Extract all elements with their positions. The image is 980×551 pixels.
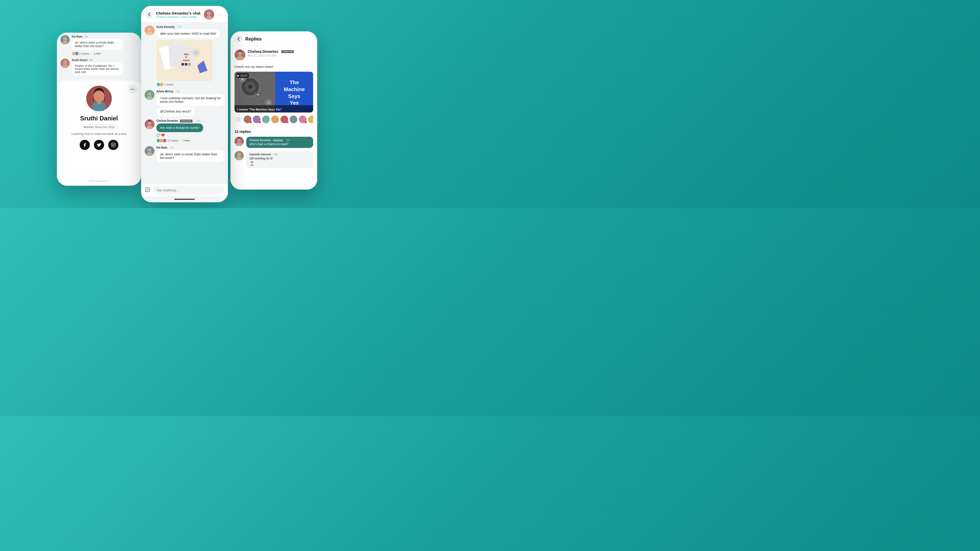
kai-time-center: · 3m xyxy=(169,146,174,149)
svg-point-75 xyxy=(262,116,270,123)
avatar-sruthi-small xyxy=(60,59,70,68)
reply-time-chelsea: · 3m xyxy=(285,139,290,141)
kai-meta: Kai Nady · 3m xyxy=(156,146,224,149)
reply-meta-gabrielle: Gabrielle Samson · 3m xyxy=(249,153,310,156)
svg-point-1 xyxy=(63,37,67,41)
svg-point-82 xyxy=(237,138,241,142)
replies-count: 12 replies xyxy=(234,130,313,134)
partial-message-kai: Kai Nady 3m ok, who's seen a movie thats… xyxy=(60,35,138,56)
chat-subtitle[interactable]: Chelsea Devantez · View Details xyxy=(156,15,201,18)
reply-text-gabrielle: still working on it! xyxy=(249,157,310,160)
svg-text:Signals: Signals xyxy=(183,59,190,62)
back-button-right[interactable] xyxy=(234,35,243,43)
susie-content: Susie Kennedy · 3m after your last revie… xyxy=(156,25,224,86)
creator-badge-chat: CREATOR xyxy=(180,120,192,122)
phone-right: Replies Chels xyxy=(231,32,317,189)
op-date: May 21, 2023 2:41 PM xyxy=(248,54,313,57)
add-reaction-button[interactable] xyxy=(234,116,242,123)
svg-point-40 xyxy=(148,148,151,152)
messages-list: Susie Kennedy · 3m after your last revie… xyxy=(141,22,228,183)
video-thumbnail[interactable]: The Machine Says Yes ▶ 18:03 I review "T… xyxy=(234,72,313,113)
svg-point-51 xyxy=(248,85,252,89)
svg-rect-29 xyxy=(188,63,191,65)
op-info: Chelsea Devantez CREATOR May 21, 2023 2:… xyxy=(248,49,313,57)
avatar-arlene xyxy=(145,90,154,100)
bottom-bar-center xyxy=(174,199,195,200)
susie-bubble: after your last review i HAD to read thi… xyxy=(156,29,220,38)
arlene-bubble-2: @Chelsea any reccs? xyxy=(156,107,195,116)
replies-title: Replies xyxy=(245,37,262,42)
svg-text:Yes: Yes xyxy=(290,100,299,106)
chat-header-info: Chelsea Devantez's chat Chelsea Devantez… xyxy=(156,11,201,18)
svg-rect-28 xyxy=(185,63,187,65)
profile-avatar xyxy=(86,86,112,111)
svg-point-12 xyxy=(114,144,115,144)
book-cover-svg: Signs & Signals xyxy=(156,40,213,81)
reply-time-gabrielle: · 3m xyxy=(272,153,277,156)
svg-point-85 xyxy=(237,153,241,156)
op-creator-badge: CREATOR xyxy=(281,50,294,53)
arlene-content: Arlene McCoy · 3m I love celebrity memoi… xyxy=(156,90,224,116)
susie-name: Susie Kennedy xyxy=(156,25,175,28)
instagram-button[interactable] xyxy=(108,140,118,150)
reply-bubble-chelsea: Chelsea Devantez CREATOR · 3m who's had … xyxy=(246,137,313,148)
facebook-button[interactable] xyxy=(80,140,90,150)
sruthi-name-small: Sruthi Daniel xyxy=(72,59,88,62)
chelsea-meta: Chelsea Devantez CREATOR · 3m xyxy=(156,119,224,122)
svg-text:The: The xyxy=(290,79,299,85)
reaction-av-4 xyxy=(271,116,279,123)
kai-time: 3m xyxy=(84,35,88,38)
arlene-bubble-1: I love celebrity memoirs, but am looking… xyxy=(156,94,224,106)
reply-gabrielle: Gabrielle Samson · 3m still working on i… xyxy=(234,151,313,168)
svg-point-11 xyxy=(113,144,114,146)
reply-avatar-chelsea xyxy=(234,137,244,146)
op-name: Chelsea Devantez xyxy=(248,49,278,54)
arlene-meta: Arlene McCoy · 3m xyxy=(156,90,224,93)
chat-header-avatar xyxy=(204,10,214,20)
reply-avatar-gabrielle xyxy=(234,151,244,160)
more-button[interactable] xyxy=(128,85,137,94)
reaction-av-5: ❤️ xyxy=(280,116,288,123)
arlene-time: · 3m xyxy=(175,90,180,93)
chelsea-reaction-2: ❤️ xyxy=(161,133,165,137)
chelsea-content: Chelsea Devantez CREATOR · 3m lets start… xyxy=(156,119,224,143)
chelsea-reply-info[interactable]: 12 replies · 3 New xyxy=(156,138,224,143)
svg-rect-27 xyxy=(181,63,184,65)
svg-point-43 xyxy=(146,188,147,189)
message-chelsea: Chelsea Devantez CREATOR · 3m lets start… xyxy=(145,119,224,143)
message-arlene: Arlene McCoy · 3m I love celebrity memoi… xyxy=(145,90,224,116)
heart-7: ❤️ xyxy=(304,121,307,123)
kai-reply-info[interactable]: 2 replies · 1 New xyxy=(72,52,138,56)
image-upload-button[interactable] xyxy=(145,187,150,194)
scroll-indicator xyxy=(89,181,109,182)
reply-name-gabrielle: Gabrielle Samson xyxy=(249,153,271,156)
susie-replies[interactable]: 2 replies xyxy=(156,83,224,86)
video-svg: The Machine Says Yes ▶ 18:03 I review "T… xyxy=(234,72,313,113)
profile-avatar-svg xyxy=(86,86,112,111)
avatar-susie xyxy=(145,25,154,35)
svg-rect-9 xyxy=(97,101,101,104)
svg-text:Signs: Signs xyxy=(184,53,189,56)
twitter-button[interactable] xyxy=(94,140,104,150)
reply-name-chelsea: Chelsea Devantez xyxy=(249,139,271,141)
back-button-center[interactable] xyxy=(145,11,153,19)
message-input[interactable] xyxy=(153,186,224,194)
kai-replies[interactable]: 2 replies xyxy=(80,52,89,55)
kai-bubble: ok, who's seen a movie thats better than… xyxy=(72,39,123,50)
svg-text:I review "The Machine Says Yes: I review "The Machine Says Yes" xyxy=(237,108,282,111)
svg-text:Machine: Machine xyxy=(284,86,305,92)
avatar-kai xyxy=(60,35,70,44)
susie-replies-count: 2 replies xyxy=(164,83,174,86)
reactions-row: ❤️ ❤️ ❤️ xyxy=(234,116,313,123)
partial-chat-area: Kai Nady 3m ok, who's seen a movie thats… xyxy=(57,33,141,81)
kai-new-badge: 1 New xyxy=(93,52,102,55)
svg-text:Says: Says xyxy=(288,93,301,99)
kai-content: Kai Nady · 3m ok, who's seen a movie tha… xyxy=(156,146,224,162)
svg-text:&: & xyxy=(186,56,187,59)
kai-name: Kai Nady xyxy=(72,35,83,38)
chat-more-button[interactable]: ··· xyxy=(217,11,224,18)
svg-point-17 xyxy=(148,27,151,31)
svg-point-37 xyxy=(148,121,151,125)
chelsea-time-chat: · 3m xyxy=(195,119,200,122)
member-badge: Member Since Dec 2019 xyxy=(80,124,118,130)
